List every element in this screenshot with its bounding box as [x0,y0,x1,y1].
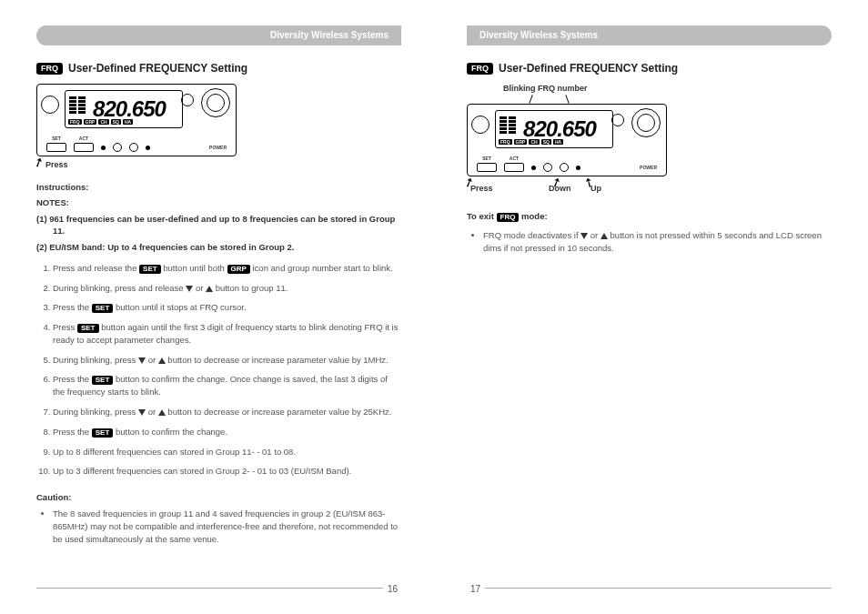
footer-rule [485,588,832,589]
power-label: POWER [209,145,227,150]
page-number: 17 [470,584,480,594]
caution-item: The 8 saved frequencies in group 11 and … [53,508,401,545]
frq-badge: FRQ [467,63,493,75]
section-title: FRQ User-Defined FREQUENCY Setting [467,62,832,75]
set-badge: SET [139,265,161,274]
down-triangle-icon [580,233,588,239]
set-badge: SET [77,324,99,333]
exit-heading: To exit FRQ mode: [467,211,832,222]
step-7: During blinking, press or button to decr… [53,406,401,418]
down-button-icon [113,143,122,152]
section-title-text: User-Defined FREQUENCY Setting [68,62,247,75]
knob-small-icon [41,96,59,114]
caution-heading: Caution: [36,492,401,502]
knob-medium-icon [611,114,624,126]
up-triangle-icon [158,357,166,364]
step-6: Press the SET button to confirm the chan… [53,373,401,398]
header-bar: Diversity Wireless Systems [36,25,401,45]
up-triangle-icon [158,409,166,416]
step-5: During blinking, press or button to decr… [53,354,401,367]
down-triangle-icon [138,409,146,416]
step-1: Press and release the SET button until b… [53,262,401,275]
set-badge: SET [92,304,114,313]
device-figure: 820.650 FRQGRPCHSQHA SET ACT POWER ➚ Pre… [36,84,401,169]
lcd-icon-strip: FRQGRPCHSQHA [499,139,563,145]
knob-large-icon [631,108,661,137]
up-button-icon [560,163,569,172]
up-button-icon [129,143,138,152]
knob-medium-icon [181,94,194,106]
steps-list: Press and release the SET button until b… [53,262,401,478]
page-number: 16 [388,584,398,594]
annotation-lines [467,95,832,104]
down-triangle-icon [138,357,146,364]
notes-heading: NOTES: [36,197,401,207]
set-badge: SET [92,428,114,438]
device-panel: 820.650 FRQGRPCHSQHA SET ACT POWER [36,84,237,156]
press-annotation: Press [45,160,401,169]
power-label: POWER [640,165,657,170]
header-bar: Diversity Wireless Systems [467,25,832,45]
press-annotation: Press [470,184,493,193]
step-4: Press SET button again until the first 3… [53,321,401,347]
lcd-icon-strip: FRQGRPCHSQHA [68,119,133,125]
set-button-icon: SET [46,143,66,152]
frq-badge: FRQ [36,63,63,75]
device-button-row: SET ACT POWER [46,143,227,152]
note-1: (1) 961 frequencies can be user-defined … [53,213,401,237]
up-triangle-icon [206,286,213,292]
knob-large-icon [201,88,230,117]
exit-list: FRQ mode deactivates if or button is not… [483,229,832,255]
blinking-annotation: Blinking FRQ number [503,84,832,93]
led-icon [146,146,150,150]
section-title-text: User-Defined FREQUENCY Setting [499,62,678,75]
page-17: Diversity Wireless Systems FRQ User-Defi… [434,0,868,614]
grp-badge: GRP [227,265,250,274]
up-triangle-icon [601,233,608,239]
caution-list: The 8 saved frequencies in group 11 and … [53,508,401,545]
frq-badge: FRQ [497,213,520,222]
down-annotation: Down [549,184,571,193]
footer-rule [36,588,383,589]
set-button-icon: SET [477,163,497,172]
device-figure: 820.650 FRQGRPCHSQHA SET ACT POWER ➚ ➚ ➚… [467,104,832,195]
step-3: Press the SET button until it stops at F… [53,301,401,314]
led-icon [576,166,580,170]
step-2: During blinking, press and release or bu… [53,282,401,295]
led-icon [531,166,536,170]
step-8: Press the SET button to confirm the chan… [53,426,401,438]
device-panel: 820.650 FRQGRPCHSQHA SET ACT POWER [467,104,667,176]
exit-bullet: FRQ mode deactivates if or button is not… [483,229,832,255]
down-button-icon [543,163,552,172]
device-button-row: SET ACT POWER [477,163,657,172]
instructions-heading: Instructions: [36,182,401,192]
page-16: Diversity Wireless Systems FRQ User-Defi… [0,0,434,614]
set-badge: SET [92,376,114,385]
up-annotation: Up [590,184,601,193]
step-10: Up to 3 different frequencies can stored… [53,465,401,478]
lcd-frequency: 820.650 [523,116,596,142]
act-button-icon: ACT [504,163,524,172]
act-button-icon: ACT [74,143,94,152]
note-2: (2) EU/ISM band: Up to 4 frequencies can… [53,241,401,253]
instructions-block: Instructions: NOTES: (1) 961 frequencies… [36,182,401,545]
step-9: Up to 8 different frequencies can stored… [53,446,401,458]
led-icon [101,146,106,150]
knob-small-icon [471,116,490,134]
lcd-frequency: 820.650 [93,96,166,122]
section-title: FRQ User-Defined FREQUENCY Setting [36,62,401,75]
